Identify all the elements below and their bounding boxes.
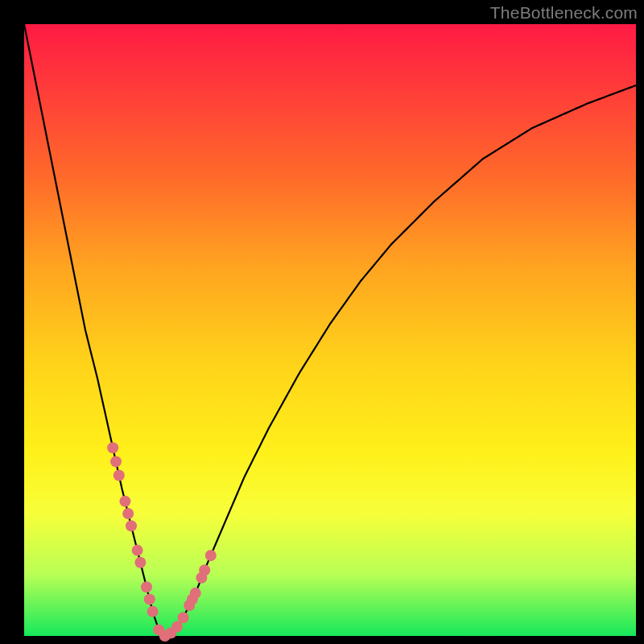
curve-marker (205, 550, 217, 561)
curve-marker (122, 508, 134, 519)
plot-area (24, 24, 636, 636)
curve-marker (134, 557, 146, 568)
curve-marker (178, 612, 189, 623)
curve-marker (132, 545, 143, 556)
curve-marker (144, 593, 155, 605)
curve-svg (24, 24, 636, 636)
curve-marker (199, 564, 210, 576)
curve-marker (114, 470, 125, 481)
chart-frame: TheBottleneck.com (0, 0, 644, 644)
curve-marker (190, 588, 201, 599)
curve-marker (171, 621, 183, 633)
curve-marker (107, 442, 118, 453)
marker-group (107, 442, 217, 642)
curve-marker (126, 520, 137, 531)
curve-marker (141, 581, 152, 592)
curve-marker (110, 456, 122, 467)
curve-marker (147, 606, 159, 617)
watermark-text: TheBottleneck.com (490, 3, 638, 23)
bottleneck-curve (24, 24, 636, 636)
curve-marker (119, 496, 130, 507)
